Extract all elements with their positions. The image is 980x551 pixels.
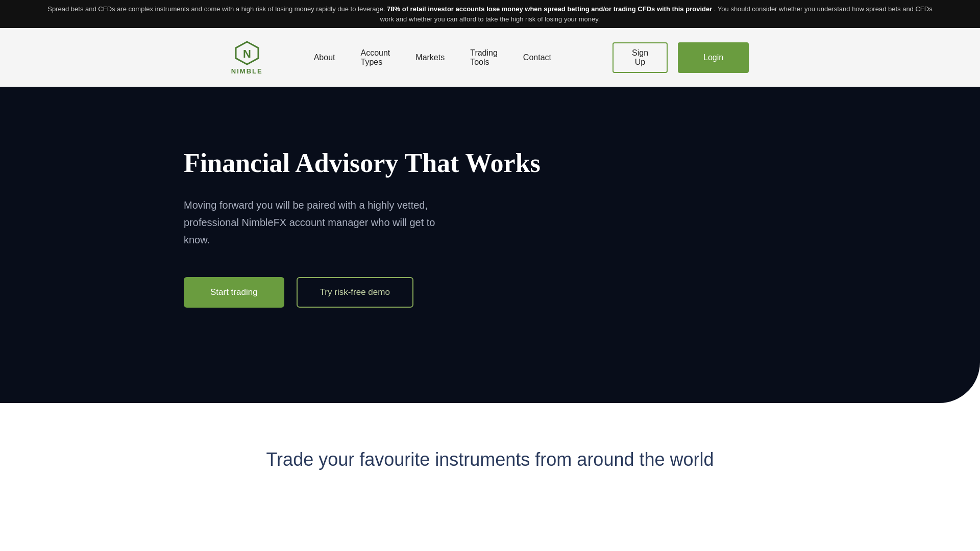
warning-text-bold: 78% of retail investor accounts lose mon…	[387, 5, 712, 13]
hero-subtitle: Moving forward you will be paired with a…	[184, 196, 449, 248]
svg-text:N: N	[243, 47, 251, 60]
nav-account-types[interactable]: Account Types	[360, 48, 390, 67]
logo-text: NIMBLE	[231, 67, 263, 75]
world-section: Trade your favourite instruments from ar…	[0, 403, 980, 501]
warning-text-before: Spread bets and CFDs are complex instrum…	[47, 5, 387, 13]
hero-section: Financial Advisory That Works Moving for…	[0, 87, 980, 403]
try-demo-button[interactable]: Try risk-free demo	[297, 277, 413, 308]
nav-markets[interactable]: Markets	[415, 53, 445, 62]
hero-title: Financial Advisory That Works	[184, 148, 541, 178]
warning-bar: Spread bets and CFDs are complex instrum…	[0, 0, 980, 28]
navbar: N NIMBLE About Account Types Markets Tra…	[0, 28, 980, 87]
world-section-title: Trade your favourite instruments from ar…	[41, 449, 939, 470]
start-trading-button[interactable]: Start trading	[184, 277, 284, 308]
nav-about[interactable]: About	[314, 53, 335, 62]
nav-contact[interactable]: Contact	[523, 53, 551, 62]
nav-trading-tools[interactable]: Trading Tools	[470, 48, 498, 67]
nav-buttons: Sign Up Login	[612, 42, 749, 73]
hero-buttons: Start trading Try risk-free demo	[184, 277, 980, 308]
signup-button[interactable]: Sign Up	[612, 42, 668, 73]
login-button[interactable]: Login	[678, 42, 749, 73]
logo-icon: N	[234, 40, 260, 66]
nav-links: About Account Types Markets Trading Tool…	[314, 48, 551, 67]
logo[interactable]: N NIMBLE	[231, 40, 263, 75]
